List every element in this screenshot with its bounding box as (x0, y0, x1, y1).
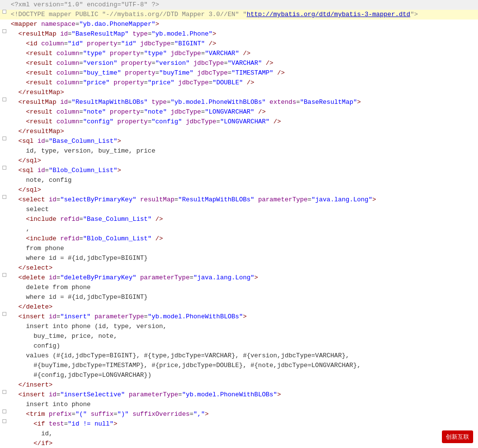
line-content: <if test="id != null"> (9, 419, 478, 429)
code-line: insert into phone (0, 400, 478, 409)
line-content: </sql> (9, 185, 478, 195)
line-content: id, type, version, buy_time, price (9, 146, 478, 156)
line-content: <resultMap id="ResultMapWithBLOBs" type=… (9, 97, 478, 107)
code-line: buy_time, price, note, (0, 331, 478, 341)
code-line: <result column="note" property="note" jd… (0, 107, 478, 117)
code-line: <!DOCTYPE mapper PUBLIC "-//mybatis.org/… (0, 10, 478, 19)
line-content: <include refid="Base_Column_List" /> (9, 214, 478, 224)
fold-indicator[interactable] (2, 419, 6, 423)
fold-indicator[interactable] (2, 97, 6, 101)
code-line: </sql> (0, 156, 478, 166)
code-line: #{buyTime,jdbcType=TIMESTAMP}, #{price,j… (0, 361, 478, 370)
code-line: <result column="price" property="price" … (0, 78, 478, 88)
gutter-fold[interactable] (0, 97, 9, 101)
gutter-fold[interactable] (0, 273, 9, 277)
fold-indicator[interactable] (2, 273, 6, 277)
code-line: </resultMap> (0, 127, 478, 136)
code-line: insert into phone (id, type, version, (0, 322, 478, 331)
line-content: config) (9, 341, 478, 351)
line-content: #{buyTime,jdbcType=TIMESTAMP}, #{price,j… (9, 361, 478, 370)
fold-indicator[interactable] (2, 390, 6, 394)
code-line: <include refid="Base_Column_List" /> (0, 214, 478, 224)
code-line: </select> (0, 263, 478, 273)
fold-indicator[interactable] (2, 166, 6, 170)
code-line: delete from phone (0, 283, 478, 292)
code-line: <delete id="deleteByPrimaryKey" paramete… (0, 273, 478, 283)
code-line: select (0, 205, 478, 214)
code-line: #{config,jdbcType=LONGVARCHAR}) (0, 370, 478, 380)
line-content: <!DOCTYPE mapper PUBLIC "-//mybatis.org/… (9, 10, 478, 19)
watermark: 创新互联 (442, 430, 473, 443)
line-content: <result column="config" property="config… (9, 117, 478, 127)
code-line: id, type, version, buy_time, price (0, 146, 478, 156)
code-line: <result column="version" property="versi… (0, 58, 478, 68)
code-line: <resultMap id="ResultMapWithBLOBs" type=… (0, 97, 478, 107)
gutter-fold[interactable] (0, 10, 9, 14)
line-content: <?xml version="1.0" encoding="UTF-8" ?> (9, 0, 478, 10)
code-line: id, (0, 429, 478, 439)
gutter-fold[interactable] (0, 409, 9, 413)
line-content: <result column="price" property="price" … (9, 78, 478, 88)
fold-indicator[interactable] (2, 312, 6, 316)
line-content: <result column="note" property="note" jd… (9, 107, 478, 117)
fold-indicator[interactable] (2, 195, 6, 199)
code-line: <mapper namespace="yb.dao.PhoneMapper"> (0, 19, 478, 29)
code-line: <sql id="Blob_Column_List"> (0, 166, 478, 175)
code-line: where id = #{id,jdbcType=BIGINT} (0, 253, 478, 263)
line-content: <select id="selectByPrimaryKey" resultMa… (9, 195, 478, 205)
line-content: insert into phone (id, type, version, (9, 322, 478, 331)
line-content: <insert id="insert" parameterType="yb.mo… (9, 312, 478, 322)
line-content: <insert id="insertSelective" parameterTy… (9, 390, 478, 400)
code-line: <include refid="Blob_Column_List" /> (0, 234, 478, 244)
code-line: </insert> (0, 380, 478, 390)
code-line: </delete> (0, 302, 478, 312)
gutter-fold[interactable] (0, 29, 9, 33)
code-area: <?xml version="1.0" encoding="UTF-8" ?><… (0, 0, 478, 448)
code-line: <insert id="insert" parameterType="yb.mo… (0, 312, 478, 322)
code-line: values (#{id,jdbcType=BIGINT}, #{type,jd… (0, 351, 478, 361)
gutter-fold[interactable] (0, 136, 9, 140)
code-line: from phone (0, 244, 478, 253)
line-content: <delete id="deleteByPrimaryKey" paramete… (9, 273, 478, 283)
fold-indicator[interactable] (2, 409, 6, 413)
line-content: </resultMap> (9, 127, 478, 136)
code-line: note, config (0, 175, 478, 185)
code-line: <insert id="insertSelective" parameterTy… (0, 390, 478, 400)
fold-indicator[interactable] (2, 136, 6, 140)
line-content: <id column="id" property="id" jdbcType="… (9, 39, 478, 49)
line-content: <sql id="Blob_Column_List"> (9, 166, 478, 175)
line-content: <trim prefix="(" suffix=")" suffixOverri… (9, 409, 478, 419)
line-content: <result column="version" property="versi… (9, 58, 478, 68)
code-line: , (0, 224, 478, 234)
line-content: , (9, 224, 478, 234)
gutter-fold[interactable] (0, 166, 9, 170)
code-line: </resultMap> (0, 88, 478, 97)
gutter-fold[interactable] (0, 195, 9, 199)
code-line: <id column="id" property="id" jdbcType="… (0, 39, 478, 49)
code-line: <resultMap id="BaseResultMap" type="yb.m… (0, 29, 478, 39)
line-content: select (9, 205, 478, 214)
line-content: #{config,jdbcType=LONGVARCHAR}) (9, 370, 478, 380)
code-line: </sql> (0, 185, 478, 195)
code-line: <result column="buy_time" property="buyT… (0, 68, 478, 78)
gutter-fold[interactable] (0, 390, 9, 394)
line-content: </select> (9, 263, 478, 273)
line-content: <include refid="Blob_Column_List" /> (9, 234, 478, 244)
line-content: <mapper namespace="yb.dao.PhoneMapper"> (9, 19, 478, 29)
code-line: <trim prefix="(" suffix=")" suffixOverri… (0, 409, 478, 419)
line-content: delete from phone (9, 283, 478, 292)
code-line: <if test="id != null"> (0, 419, 478, 429)
line-content: values (#{id,jdbcType=BIGINT}, #{type,jd… (9, 351, 478, 361)
line-content: <sql id="Base_Column_List"> (9, 136, 478, 146)
code-line: <result column="config" property="config… (0, 117, 478, 127)
gutter-fold[interactable] (0, 419, 9, 423)
code-line: <?xml version="1.0" encoding="UTF-8" ?> (0, 0, 478, 10)
line-content: </resultMap> (9, 88, 478, 97)
code-line: <sql id="Base_Column_List"> (0, 136, 478, 146)
fold-indicator[interactable] (2, 10, 6, 14)
fold-indicator[interactable] (2, 29, 6, 33)
gutter-fold[interactable] (0, 312, 9, 316)
line-content: </insert> (9, 380, 478, 390)
line-content: insert into phone (9, 400, 478, 409)
editor-container: <?xml version="1.0" encoding="UTF-8" ?><… (0, 0, 478, 448)
